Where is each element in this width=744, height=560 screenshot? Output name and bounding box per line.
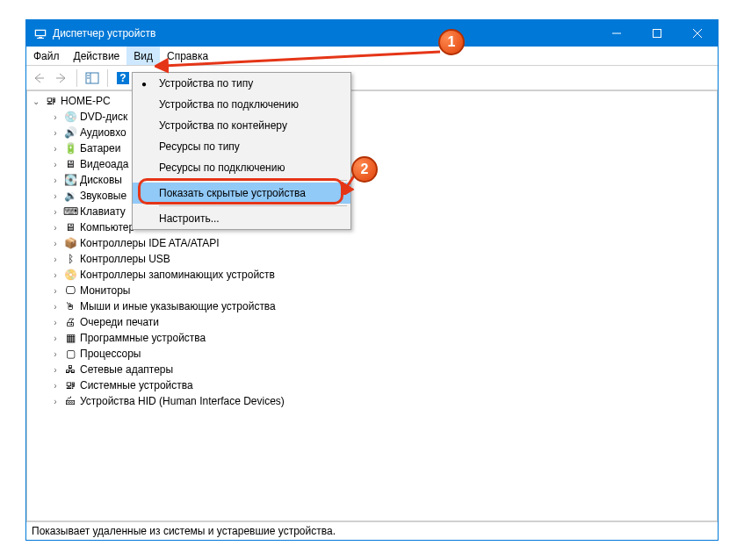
tree-node[interactable]: ›🖳Системные устройства <box>31 377 717 393</box>
tree-node-label: Мыши и иные указывающие устройства <box>80 300 276 312</box>
menu-customize[interactable]: Настроить... <box>133 208 350 229</box>
expand-icon[interactable]: › <box>50 365 61 375</box>
svg-rect-5 <box>654 30 661 38</box>
svg-text:?: ? <box>119 72 126 84</box>
device-category-icon: 💽 <box>63 173 77 187</box>
nav-forward-button[interactable] <box>51 68 72 89</box>
device-category-icon: ᛒ <box>63 252 77 266</box>
status-text: Показывает удаленные из системы и устаре… <box>32 525 336 537</box>
tree-node-label: Контроллеры запоминающих устройств <box>80 269 275 281</box>
expand-icon[interactable]: › <box>50 207 61 217</box>
tree-node-label: Батареи <box>80 142 120 154</box>
device-category-icon: 📀 <box>63 268 77 282</box>
tree-node-label: Дисковы <box>80 174 122 186</box>
tree-node[interactable]: ›🖱Мыши и иные указывающие устройства <box>31 298 717 314</box>
computer-icon: 🖳 <box>44 94 58 108</box>
content-area: ⌄ 🖳 HOME-PC ›💿DVD-диск›🔊Аудиовхо›🔋Батаре… <box>26 90 718 521</box>
expand-icon[interactable]: › <box>50 128 61 138</box>
tree-node[interactable]: ›🖧Сетевые адаптеры <box>31 362 717 377</box>
menu-view[interactable]: Вид <box>126 47 160 65</box>
menu-devices-by-type[interactable]: ●Устройства по типу <box>133 73 350 94</box>
show-hide-tree-button[interactable] <box>82 68 103 89</box>
expand-icon[interactable]: › <box>50 255 61 264</box>
help-button[interactable]: ? <box>112 68 134 89</box>
statusbar: Показывает удаленные из системы и устаре… <box>26 521 718 540</box>
expand-icon[interactable]: › <box>50 160 61 169</box>
tree-node-label: Видеоада <box>80 158 128 170</box>
app-icon <box>33 26 47 40</box>
expand-icon[interactable]: › <box>50 302 61 312</box>
tree-node[interactable]: ›📀Контроллеры запоминающих устройств <box>31 267 717 283</box>
expand-icon[interactable]: › <box>50 381 61 391</box>
expand-icon[interactable]: › <box>50 191 61 201</box>
menu-action[interactable]: Действие <box>67 47 127 65</box>
minimize-button[interactable] <box>596 20 637 47</box>
expand-icon[interactable]: › <box>50 397 61 406</box>
expand-icon[interactable]: › <box>50 286 61 296</box>
device-category-icon: 🖧 <box>63 363 77 377</box>
device-tree[interactable]: ⌄ 🖳 HOME-PC ›💿DVD-диск›🔊Аудиовхо›🔋Батаре… <box>27 91 717 409</box>
menu-devices-by-connection[interactable]: Устройства по подключению <box>133 94 350 115</box>
expand-icon[interactable]: › <box>50 239 61 248</box>
tree-node-label: Системные устройства <box>80 379 193 391</box>
expand-icon[interactable]: › <box>50 176 61 185</box>
expand-icon[interactable]: › <box>50 270 61 280</box>
tree-node[interactable]: ›▢Процессоры <box>31 346 717 362</box>
tree-node[interactable]: ›🖵Мониторы <box>31 283 717 298</box>
nav-back-button[interactable] <box>28 68 49 89</box>
tree-node-label: Процессоры <box>80 348 141 360</box>
tree-node-label: Клавиату <box>80 205 126 218</box>
maximize-button[interactable] <box>637 20 677 47</box>
menu-separator <box>159 205 347 206</box>
device-category-icon: ▦ <box>63 331 77 345</box>
menu-file[interactable]: Файл <box>26 47 67 65</box>
device-category-icon: ⌨ <box>63 205 77 219</box>
device-category-icon: 🖮 <box>63 394 77 408</box>
tree-node-label: Компьютер <box>80 221 134 233</box>
menubar: Файл Действие Вид Справка <box>26 47 718 66</box>
toolbar: ? <box>26 66 718 90</box>
view-menu-dropdown: ●Устройства по типу Устройства по подклю… <box>132 72 351 230</box>
tree-node[interactable]: ›▦Программные устройства <box>31 330 717 346</box>
expand-icon[interactable]: › <box>50 223 61 233</box>
device-category-icon: 🖵 <box>63 284 77 298</box>
device-category-icon: 🔉 <box>63 189 77 203</box>
svg-rect-3 <box>37 38 44 39</box>
menu-show-hidden-devices[interactable]: Показать скрытые устройства <box>133 183 350 204</box>
toolbar-separator <box>76 69 77 87</box>
expand-icon[interactable]: › <box>50 334 61 343</box>
svg-rect-1 <box>36 31 45 35</box>
titlebar: Диспетчер устройств <box>26 20 718 47</box>
tree-node[interactable]: ›ᛒКонтроллеры USB <box>31 251 717 267</box>
tree-node-label: Звуковые <box>80 190 126 202</box>
toolbar-separator <box>107 69 108 87</box>
tree-node-label: Программные устройства <box>80 332 206 344</box>
menu-resources-by-type[interactable]: Ресурсы по типу <box>133 136 350 157</box>
tree-node-label: Аудиовхо <box>80 126 126 139</box>
device-manager-window: Диспетчер устройств Файл Действие Вид Сп… <box>25 19 719 541</box>
expand-icon[interactable]: › <box>50 318 61 327</box>
device-category-icon: 🖨 <box>63 315 77 329</box>
device-category-icon: 🖳 <box>63 378 77 392</box>
tree-node-label: Контроллеры USB <box>80 253 170 265</box>
close-button[interactable] <box>677 20 718 47</box>
menu-resources-by-connection[interactable]: Ресурсы по подключению <box>133 157 350 178</box>
window-title: Диспетчер устройств <box>53 27 596 39</box>
menu-devices-by-container[interactable]: Устройства по контейнеру <box>133 115 350 136</box>
menu-help[interactable]: Справка <box>160 47 215 65</box>
device-category-icon: 🔊 <box>63 126 77 140</box>
svg-rect-2 <box>39 37 42 38</box>
device-category-icon: 📦 <box>63 236 77 250</box>
tree-node-label: Мониторы <box>80 284 130 297</box>
expand-icon[interactable]: › <box>50 349 61 359</box>
collapse-icon[interactable]: ⌄ <box>31 97 41 106</box>
tree-node[interactable]: ›🖮Устройства HID (Human Interface Device… <box>31 393 717 409</box>
tree-node-label: Контроллеры IDE ATA/ATAPI <box>80 237 220 249</box>
device-category-icon: 💿 <box>63 110 77 124</box>
expand-icon[interactable]: › <box>50 144 61 154</box>
tree-node-label: Очереди печати <box>80 316 159 328</box>
tree-node[interactable]: ›🖨Очереди печати <box>31 314 717 330</box>
expand-icon[interactable]: › <box>50 112 61 122</box>
tree-node-label: Устройства HID (Human Interface Devices) <box>80 395 285 407</box>
tree-node[interactable]: ›📦Контроллеры IDE ATA/ATAPI <box>31 235 717 251</box>
